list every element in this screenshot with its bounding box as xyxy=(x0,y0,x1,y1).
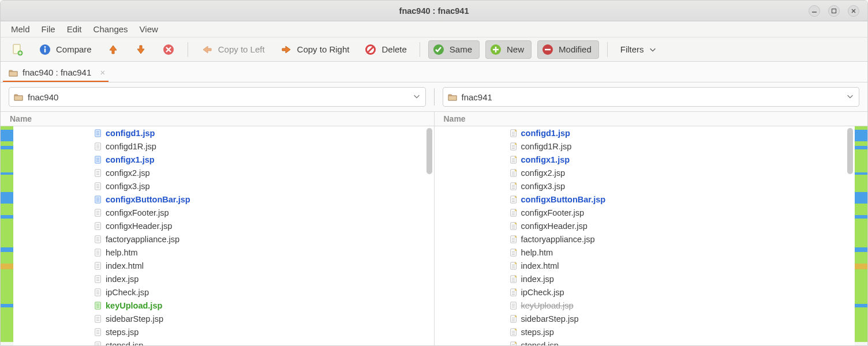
plus-circle-icon xyxy=(489,43,502,56)
file-row[interactable]: index.jsp xyxy=(435,272,855,285)
pane-divider[interactable] xyxy=(434,88,435,106)
separator xyxy=(420,42,420,57)
next-change-button[interactable] xyxy=(130,40,152,59)
filters-dropdown[interactable]: Filters xyxy=(616,42,661,57)
compare-button[interactable]: Compare xyxy=(34,40,96,59)
scrollbar[interactable] xyxy=(426,128,432,174)
file-name: ipCheck.jsp xyxy=(106,288,149,297)
file-icon xyxy=(510,156,518,164)
file-name: configxHeader.jsp xyxy=(521,221,588,231)
overview-segment xyxy=(1,269,7,304)
file-row[interactable]: configxButtonBar.jsp xyxy=(13,193,434,206)
filter-new-toggle[interactable]: New xyxy=(485,40,532,59)
copy-to-left-button[interactable]: Copy to Left xyxy=(196,40,270,59)
file-row[interactable]: configd1.jsp xyxy=(435,126,855,140)
file-row[interactable]: configx1.jsp xyxy=(13,153,434,166)
file-row[interactable]: configd1R.jsp xyxy=(13,140,434,153)
file-row[interactable]: configxButtonBar.jsp xyxy=(435,193,855,206)
file-row[interactable]: index.html xyxy=(13,259,434,272)
menu-changes[interactable]: Changes xyxy=(88,22,134,36)
file-name: ipCheck.jsp xyxy=(521,288,564,297)
file-row[interactable]: keyUpload.jsp xyxy=(13,299,434,312)
left-column-header[interactable]: Name xyxy=(1,112,435,126)
svg-rect-18 xyxy=(832,9,836,13)
right-column-header[interactable]: Name xyxy=(435,112,868,126)
filter-modified-toggle[interactable]: Modified xyxy=(537,40,599,59)
overview-segment xyxy=(1,204,7,215)
file-icon xyxy=(510,262,518,270)
window-title: fnac940 : fnac941 xyxy=(1,6,867,16)
file-name: help.htm xyxy=(106,248,138,257)
menu-view[interactable]: View xyxy=(134,22,164,36)
file-name: sidebarStep.jsp xyxy=(106,314,163,324)
file-name: sidebarStep.jsp xyxy=(521,314,579,324)
file-icon xyxy=(94,249,102,257)
menu-meld[interactable]: Meld xyxy=(5,22,36,36)
overview-stripe[interactable] xyxy=(855,126,861,345)
file-row[interactable]: sidebarStep.jsp xyxy=(435,312,855,325)
delete-button[interactable]: Delete xyxy=(360,40,411,59)
file-row[interactable]: help.htm xyxy=(435,246,855,259)
cancel-button[interactable] xyxy=(158,40,179,59)
close-button[interactable] xyxy=(848,5,859,17)
file-row[interactable]: keyUpload.jsp xyxy=(435,299,855,312)
overview-segment xyxy=(861,307,867,342)
file-row[interactable]: configx2.jsp xyxy=(13,166,434,179)
file-row[interactable]: configd1R.jsp xyxy=(435,140,855,153)
overview-stripe[interactable] xyxy=(7,126,13,345)
file-row[interactable]: index.html xyxy=(435,259,855,272)
file-name: steps.jsp xyxy=(521,328,554,337)
overview-segment xyxy=(1,307,7,342)
file-name: configd1.jsp xyxy=(106,129,155,138)
overview-segment xyxy=(861,219,867,247)
maximize-button[interactable] xyxy=(828,5,840,17)
left-pane: configd1.jspconfigd1R.jspconfigx1.jspcon… xyxy=(13,126,435,345)
prev-change-button[interactable] xyxy=(102,40,124,59)
tab-close-button[interactable]: × xyxy=(100,67,106,77)
file-row[interactable]: configx3.jsp xyxy=(13,179,434,193)
file-row[interactable]: index.jsp xyxy=(13,272,434,285)
arrow-down-icon xyxy=(134,43,147,56)
left-path-selector[interactable]: fnac940 xyxy=(9,87,426,107)
folder-icon xyxy=(9,68,18,77)
file-row[interactable]: configx2.jsp xyxy=(435,166,855,179)
file-row[interactable]: factoryappliance.jsp xyxy=(435,232,855,246)
filter-same-toggle[interactable]: Same xyxy=(428,40,480,59)
menu-edit[interactable]: Edit xyxy=(61,22,88,36)
overview-segment xyxy=(861,269,867,304)
file-name: configx2.jsp xyxy=(521,168,566,178)
file-row[interactable]: configxFooter.jsp xyxy=(435,206,855,219)
file-row[interactable]: sidebarStep.jsp xyxy=(13,312,434,325)
file-icon xyxy=(94,341,102,346)
file-row[interactable]: configx3.jsp xyxy=(435,179,855,193)
new-comparison-button[interactable] xyxy=(6,40,28,59)
file-row[interactable]: configxFooter.jsp xyxy=(13,206,434,219)
file-row[interactable]: help.htm xyxy=(13,246,434,259)
minimize-button[interactable] xyxy=(809,5,820,17)
file-icon xyxy=(510,222,518,230)
file-row[interactable]: ipCheck.jsp xyxy=(435,285,855,299)
overview-stripe[interactable] xyxy=(861,126,867,345)
right-path-selector[interactable]: fnac941 xyxy=(443,87,860,107)
file-row[interactable]: steps.jsp xyxy=(435,325,855,339)
file-row[interactable]: stepsd.jsp xyxy=(435,339,855,345)
file-row[interactable]: configxHeader.jsp xyxy=(13,219,434,232)
file-row[interactable]: configx1.jsp xyxy=(435,153,855,166)
new-doc-icon xyxy=(11,43,24,56)
file-row[interactable]: factoryappliance.jsp xyxy=(13,232,434,246)
scrollbar[interactable] xyxy=(847,128,853,174)
file-name: configd1.jsp xyxy=(521,129,570,138)
overview-segment xyxy=(7,149,13,172)
menu-file[interactable]: File xyxy=(36,22,61,36)
file-row[interactable]: stepsd.jsp xyxy=(13,339,434,345)
file-row[interactable]: configxHeader.jsp xyxy=(435,219,855,232)
svg-rect-23 xyxy=(44,48,46,52)
overview-stripe[interactable] xyxy=(1,126,7,345)
overview-segment xyxy=(855,252,861,264)
copy-to-right-button[interactable]: Copy to Right xyxy=(275,40,354,59)
file-row[interactable]: steps.jsp xyxy=(13,325,434,339)
document-tab[interactable]: fnac940 : fnac941 × xyxy=(3,64,108,82)
file-row[interactable]: ipCheck.jsp xyxy=(13,285,434,299)
overview-segment xyxy=(861,264,867,269)
file-row[interactable]: configd1.jsp xyxy=(13,126,434,140)
